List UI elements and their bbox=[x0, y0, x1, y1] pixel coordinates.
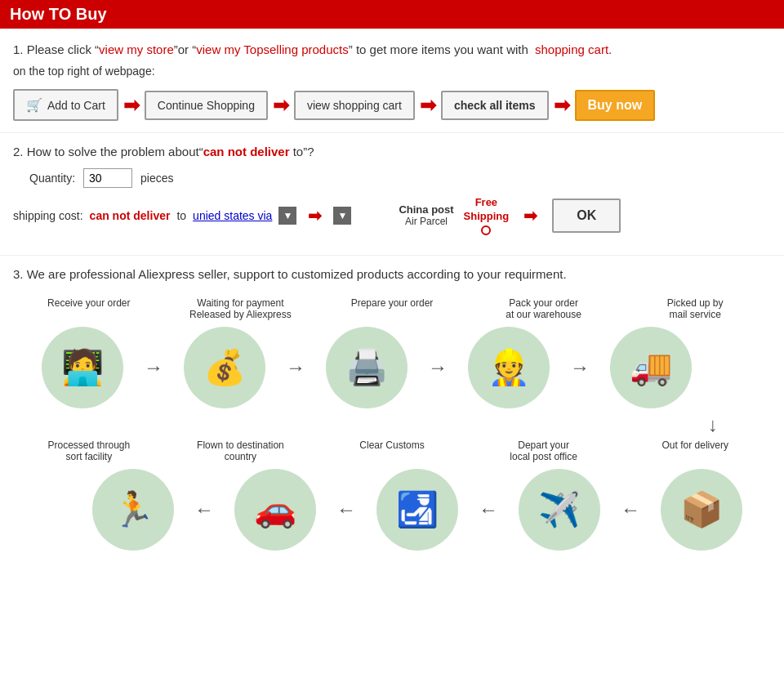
ship-arrow1: ➡ bbox=[308, 206, 322, 225]
label-sort: Processed throughsort facility bbox=[24, 439, 154, 462]
label-pack: Pack your orderat our warehouse bbox=[479, 297, 609, 320]
arrow-r2-1: ← bbox=[194, 498, 214, 521]
vert-arrow-down: ↓ bbox=[13, 413, 771, 436]
step1-text-after: ” to get more items you want with bbox=[349, 42, 528, 56]
view-cart-label: view shopping cart bbox=[307, 99, 402, 112]
step2-text: How to solve the problem about“ bbox=[27, 145, 203, 158]
row1-labels: Receive your order Waiting for paymentRe… bbox=[13, 297, 771, 320]
step1-text: 1. Please click “view my store”or “view … bbox=[13, 40, 771, 60]
to-text: to bbox=[176, 209, 186, 222]
icon-customs: 🛃 bbox=[356, 469, 479, 551]
page-wrapper: How TO Buy 1. Please click “view my stor… bbox=[0, 0, 784, 562]
view-cart-btn[interactable]: view shopping cart bbox=[294, 91, 415, 120]
icon-depart: 🚗 bbox=[214, 469, 336, 551]
icon-pickup: 🚚 bbox=[590, 327, 712, 408]
ship-arrow2: ➡ bbox=[523, 206, 537, 225]
free-shipping-text: FreeShipping bbox=[464, 196, 510, 224]
icon-payment-circle: 💰 bbox=[184, 327, 265, 408]
check-items-label: check all items bbox=[454, 99, 536, 112]
page-header: How TO Buy bbox=[0, 0, 784, 29]
arrow3: ➡ bbox=[420, 94, 436, 117]
icon-plane: ✈️ bbox=[498, 469, 621, 551]
step2-quantity-row: Quantity: pieces bbox=[13, 168, 771, 188]
china-post-box: China post Air Parcel bbox=[399, 203, 453, 227]
china-post-container: China post Air Parcel FreeShipping ➡ OK bbox=[390, 196, 621, 235]
page-title: How TO Buy bbox=[10, 5, 107, 24]
step3-section: 3. We are professional Aliexpress seller… bbox=[0, 256, 784, 562]
icon-depart-circle: 🚗 bbox=[234, 469, 316, 551]
row1-icons: 🧑‍💻 → 💰 → 🖨️ → 👷 → 🚚 bbox=[13, 327, 771, 408]
quantity-label: Quantity: bbox=[29, 172, 75, 185]
dropdown-btn2[interactable]: ▼ bbox=[333, 207, 351, 225]
step1-number: 1. bbox=[13, 42, 24, 56]
buy-now-btn[interactable]: Buy now bbox=[575, 90, 656, 121]
icon-prepare-circle: 🖨️ bbox=[326, 327, 408, 408]
pieces-label: pieces bbox=[140, 172, 173, 185]
check-items-btn[interactable]: check all items bbox=[441, 91, 549, 120]
shipping-label: shipping cost: bbox=[13, 209, 83, 222]
icon-pack: 👷 bbox=[448, 327, 570, 408]
step3-number: 3. bbox=[13, 267, 24, 281]
arrow2: ➡ bbox=[273, 94, 289, 117]
ok-button[interactable]: OK bbox=[552, 198, 621, 233]
country-text: unied states via bbox=[193, 209, 272, 222]
arrow-r1-1: → bbox=[144, 356, 163, 379]
label-pickup: Picked up bymail service bbox=[630, 297, 760, 320]
icon-payment: 💰 bbox=[163, 327, 286, 408]
step2-shipping-row: shipping cost: can not deliver to unied … bbox=[13, 196, 771, 235]
continue-shopping-label: Continue Shopping bbox=[158, 99, 255, 112]
arrow-r2-3: ← bbox=[479, 498, 498, 521]
add-to-cart-btn[interactable]: 🛒 Add to Cart bbox=[13, 89, 118, 121]
china-post-sub: Air Parcel bbox=[405, 216, 448, 227]
arrow4: ➡ bbox=[554, 94, 570, 117]
icon-prepare: 🖨️ bbox=[305, 327, 428, 408]
cart-flow: 🛒 Add to Cart ➡ Continue Shopping ➡ view… bbox=[13, 89, 771, 121]
label-receive: Receive your order bbox=[24, 297, 154, 320]
label-depart: Depart yourlocal post office bbox=[479, 439, 609, 462]
icon-pickup-circle: 🚚 bbox=[610, 327, 692, 408]
arrow-r1-2: → bbox=[286, 356, 305, 379]
row2-icons: 🏃 ← 🚗 ← 🛃 ← ✈️ ← 📦 bbox=[13, 469, 771, 551]
arrow-r1-4: → bbox=[570, 356, 590, 379]
dropdown-btn[interactable]: ▼ bbox=[278, 207, 296, 225]
icon-receive-circle: 🧑‍💻 bbox=[42, 327, 123, 408]
quantity-input[interactable] bbox=[83, 168, 132, 188]
step2-title: 2. How to solve the problem about“can no… bbox=[13, 145, 771, 158]
step1-text-middle: ”or “ bbox=[174, 42, 197, 56]
cannot-deliver-text: can not deliver bbox=[90, 209, 171, 222]
add-to-cart-label: Add to Cart bbox=[47, 99, 105, 112]
icon-plane-circle: ✈️ bbox=[519, 469, 600, 551]
icon-receive: 🧑‍💻 bbox=[21, 327, 144, 408]
step2-number: 2. bbox=[13, 145, 24, 158]
step1-section: 1. Please click “view my store”or “view … bbox=[0, 29, 784, 133]
icon-sort-circle: 📦 bbox=[661, 469, 742, 551]
step3-title: 3. We are professional Aliexpress seller… bbox=[13, 267, 771, 281]
cannot-deliver-inline: can not deliver bbox=[203, 145, 290, 158]
step3-text: We are professional Aliexpress seller, s… bbox=[27, 267, 567, 281]
icon-out-delivery-circle: 🏃 bbox=[92, 469, 174, 551]
shopping-cart-link[interactable]: shopping cart. bbox=[535, 42, 612, 56]
step2-section: 2. How to solve the problem about“can no… bbox=[0, 133, 784, 256]
label-flown: Flown to destinationcountry bbox=[175, 439, 305, 462]
icon-sort: 📦 bbox=[640, 469, 763, 551]
cart-icon: 🛒 bbox=[26, 97, 42, 113]
topselling-link[interactable]: view my Topselling products bbox=[196, 42, 348, 56]
label-prepare: Prepare your order bbox=[327, 297, 457, 320]
label-out-delivery: Out for delivery bbox=[630, 439, 760, 462]
label-payment: Waiting for paymentReleased by Aliexpres… bbox=[175, 297, 305, 320]
arrow1: ➡ bbox=[123, 94, 140, 117]
view-store-link[interactable]: view my store bbox=[99, 42, 174, 56]
step2-text2: to”? bbox=[290, 145, 314, 158]
buy-now-label: Buy now bbox=[588, 98, 643, 113]
free-shipping-box: FreeShipping bbox=[464, 196, 510, 235]
step1-subtext: on the top right of webpage: bbox=[13, 65, 771, 78]
continue-shopping-btn[interactable]: Continue Shopping bbox=[145, 91, 268, 120]
step1-text-before: Please click “ bbox=[27, 42, 99, 56]
row2-labels: Out for delivery Depart yourlocal post o… bbox=[13, 439, 771, 462]
arrow-r2-2: ← bbox=[336, 498, 356, 521]
free-shipping-circle bbox=[481, 225, 491, 235]
icon-out-delivery: 🏃 bbox=[72, 469, 194, 551]
icon-customs-circle: 🛃 bbox=[376, 469, 458, 551]
icon-pack-circle: 👷 bbox=[468, 327, 550, 408]
arrow-r1-3: → bbox=[428, 356, 448, 379]
